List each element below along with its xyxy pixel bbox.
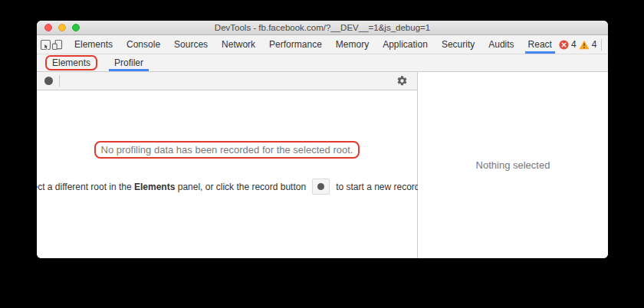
window-title: DevTools - fb.facebook.com/?__DEV__=1&js… <box>215 23 430 32</box>
tabbar-separator <box>601 39 602 51</box>
profiler-toolbar <box>37 72 417 90</box>
profiler-instruction: Select a different root in the Elements … <box>37 179 435 195</box>
device-toolbar-icon[interactable] <box>51 35 63 54</box>
devtools-tabbar: Elements Console Sources Network Perform… <box>37 35 608 54</box>
error-badge[interactable]: 4 <box>559 39 577 50</box>
tab-network[interactable]: Network <box>215 35 262 54</box>
tab-label: Security <box>442 39 475 50</box>
instruction-middle: panel, or click the record button <box>175 182 306 192</box>
minimize-window-button[interactable] <box>58 24 66 31</box>
instruction-prefix: Select a different root in the <box>37 182 134 192</box>
tab-memory[interactable]: Memory <box>329 35 376 54</box>
titlebar: DevTools - fb.facebook.com/?__DEV__=1&js… <box>37 21 608 35</box>
no-profiling-data-message: No profiling data has been recorded for … <box>94 141 360 159</box>
react-subtabbar: Elements Profiler <box>37 54 608 72</box>
instruction-elements-bold: Elements <box>134 182 175 192</box>
tab-security[interactable]: Security <box>435 35 481 54</box>
record-icon[interactable] <box>44 77 53 85</box>
tab-label: Audits <box>488 39 514 50</box>
inspect-element-icon[interactable] <box>40 35 51 54</box>
nothing-selected-label: Nothing selected <box>476 159 550 171</box>
toolbar-separator <box>59 75 60 87</box>
profiler-left-panel: No profiling data has been recorded for … <box>37 72 418 258</box>
warning-badge-icon <box>579 40 590 50</box>
profiler-right-panel: Nothing selected <box>418 72 608 258</box>
gear-icon[interactable] <box>395 74 409 88</box>
zoom-window-button[interactable] <box>72 24 80 31</box>
tab-audits[interactable]: Audits <box>481 35 521 54</box>
subtab-elements[interactable]: Elements <box>39 54 106 71</box>
tab-react[interactable]: React <box>521 35 559 54</box>
record-icon <box>317 183 324 190</box>
tab-label: Console <box>127 39 160 50</box>
tab-label: Sources <box>174 39 208 50</box>
tabbar-right-controls: 4 4 <box>559 35 608 54</box>
traffic-lights <box>44 24 80 31</box>
profiler-body: No profiling data has been recorded for … <box>37 72 608 258</box>
error-badge-icon <box>559 40 569 50</box>
tab-elements[interactable]: Elements <box>67 35 120 54</box>
tab-sources[interactable]: Sources <box>167 35 215 54</box>
tab-label: Application <box>383 39 428 50</box>
tab-label: Network <box>222 39 255 50</box>
subtab-profiler[interactable]: Profiler <box>106 54 152 71</box>
close-window-button[interactable] <box>44 24 52 31</box>
more-menu-icon[interactable] <box>606 40 608 50</box>
tab-performance[interactable]: Performance <box>262 35 329 54</box>
tab-application[interactable]: Application <box>376 35 435 54</box>
error-count: 4 <box>571 39 577 50</box>
inline-record-button[interactable] <box>312 179 330 195</box>
subtab-label: Elements <box>52 57 90 68</box>
warning-badge[interactable]: 4 <box>579 39 597 50</box>
profiler-empty-state: No profiling data has been recorded for … <box>37 90 417 258</box>
tab-label: Memory <box>336 39 369 50</box>
tab-label: Performance <box>269 39 322 50</box>
tab-label: React <box>528 39 552 50</box>
red-annotation-box: Elements <box>45 55 97 70</box>
devtools-window: DevTools - fb.facebook.com/?__DEV__=1&js… <box>37 21 608 258</box>
warning-count: 4 <box>592 39 597 50</box>
tab-console[interactable]: Console <box>120 35 167 54</box>
tab-label: Elements <box>74 39 113 50</box>
subtab-label: Profiler <box>114 57 143 68</box>
screenshot-stage: DevTools - fb.facebook.com/?__DEV__=1&js… <box>0 0 644 308</box>
